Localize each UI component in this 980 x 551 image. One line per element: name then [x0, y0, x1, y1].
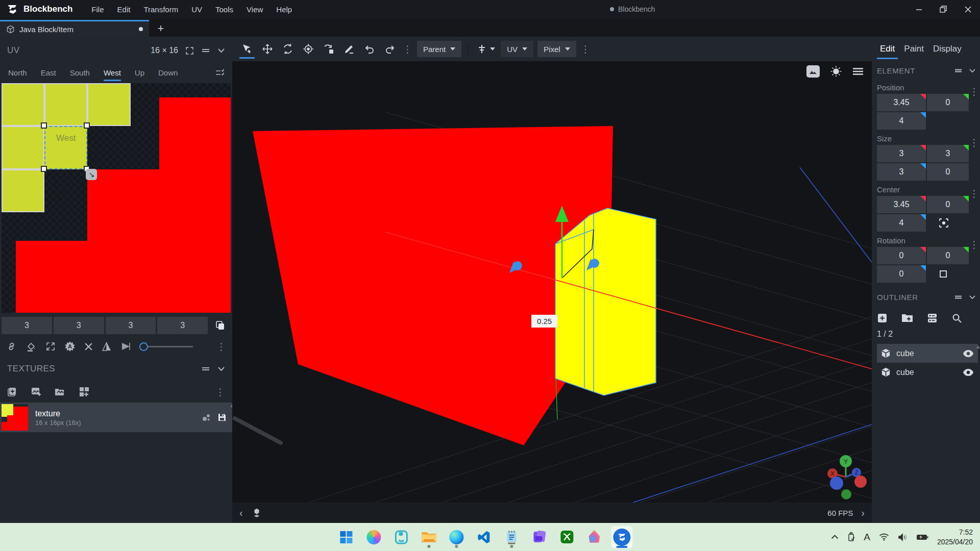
- position-z-field[interactable]: 4: [877, 112, 926, 130]
- uv-handle-top-right[interactable]: [84, 122, 90, 129]
- uv-fullscreen-icon[interactable]: [185, 46, 194, 55]
- expand-panel-icon[interactable]: ›: [861, 507, 865, 519]
- menu-help[interactable]: Help: [270, 2, 299, 17]
- add-cube-icon[interactable]: [877, 313, 888, 323]
- uv-selected-face-west[interactable]: West: [44, 126, 87, 169]
- uv-mirror-x-icon[interactable]: [102, 342, 112, 351]
- add-group-icon[interactable]: [901, 313, 913, 323]
- uv-field-1[interactable]: 3: [2, 317, 52, 334]
- shading-sun-icon[interactable]: [830, 65, 842, 78]
- outliner-item-cube-selected[interactable]: cube: [877, 344, 978, 363]
- size-y-field[interactable]: 3: [927, 145, 969, 162]
- toolbar-overflow-icon[interactable]: ⋮: [403, 44, 412, 54]
- uv-maximize-icon[interactable]: [45, 341, 56, 352]
- ime-language-icon[interactable]: A: [864, 532, 870, 543]
- brush-tool-button[interactable]: [339, 38, 359, 60]
- phone-link-icon[interactable]: [390, 526, 412, 548]
- uv-field-3[interactable]: 3: [106, 317, 156, 334]
- rotate-tool-button[interactable]: [278, 38, 298, 60]
- rotation-y-field[interactable]: 0: [927, 247, 969, 264]
- orientation-gizmo[interactable]: Y X Z: [827, 455, 867, 499]
- slider-knob[interactable]: [139, 342, 148, 351]
- uv-mode-dropdown[interactable]: UV: [501, 41, 533, 57]
- uv-fill-bucket-icon[interactable]: [26, 342, 37, 352]
- toolbar-overflow-icon[interactable]: ⋮: [581, 44, 591, 54]
- mode-tab-paint[interactable]: Paint: [901, 39, 927, 59]
- gizmo-tool-button[interactable]: [237, 38, 257, 60]
- usb-device-icon[interactable]: [847, 532, 855, 542]
- texture-list-item[interactable]: texture 16 x 16px (16x): [0, 403, 232, 432]
- yellow-cube-selected[interactable]: [555, 208, 656, 395]
- uv-overflow-icon[interactable]: ⋮: [216, 342, 226, 352]
- menu-view[interactable]: View: [240, 2, 270, 17]
- uv-face-tile[interactable]: [44, 83, 87, 126]
- face-tab-north[interactable]: North: [8, 65, 27, 81]
- blockbench-status-icon[interactable]: [251, 508, 262, 518]
- gizmo-ball-neg-z[interactable]: [830, 477, 843, 490]
- texture-particle-icon[interactable]: [202, 413, 212, 422]
- uv-panel-collapse-icon[interactable]: [217, 48, 225, 53]
- uv-face-tile[interactable]: [2, 83, 44, 126]
- focus-pivot-button[interactable]: [927, 214, 969, 232]
- element-collapse-icon[interactable]: [969, 68, 976, 73]
- import-texture-folder-icon[interactable]: [54, 387, 66, 397]
- size-inflate-field[interactable]: 0: [927, 163, 969, 181]
- textures-panel-collapse-icon[interactable]: [217, 366, 225, 371]
- face-tab-west[interactable]: West: [104, 65, 121, 81]
- taskbar-clock[interactable]: 7:52 2025/04/20: [937, 528, 973, 546]
- close-button[interactable]: [955, 0, 980, 18]
- uv-link-icon[interactable]: [6, 342, 17, 351]
- rotation-overflow-icon[interactable]: ⋮: [969, 240, 979, 249]
- vscode-icon[interactable]: [473, 526, 495, 548]
- vertex-snap-tool-button[interactable]: [319, 38, 338, 60]
- uv-face-tile[interactable]: [2, 126, 44, 169]
- redo-button[interactable]: [380, 38, 400, 60]
- menu-edit[interactable]: Edit: [111, 2, 137, 17]
- append-palette-icon[interactable]: [79, 386, 90, 397]
- background-image-icon[interactable]: [806, 65, 820, 78]
- mode-tab-edit[interactable]: Edit: [877, 39, 898, 59]
- viewport-menu-icon[interactable]: [852, 67, 864, 76]
- wifi-icon[interactable]: [879, 533, 889, 541]
- file-explorer-icon[interactable]: [418, 526, 439, 548]
- outliner-item-name[interactable]: cube: [896, 349, 914, 358]
- uv-field-2[interactable]: 3: [54, 317, 104, 334]
- visibility-eye-icon[interactable]: [963, 349, 974, 358]
- uv-panel-menu-icon[interactable]: [201, 47, 210, 54]
- tab-java-block-item[interactable]: Java Block/Item: [0, 20, 149, 37]
- center-z-field[interactable]: 4: [877, 214, 926, 232]
- pixel-mode-dropdown[interactable]: Pixel: [537, 41, 576, 57]
- import-texture-icon[interactable]: [31, 387, 42, 397]
- outliner-collapse-icon[interactable]: [969, 295, 976, 299]
- menu-transform[interactable]: Transform: [137, 2, 185, 17]
- position-overflow-icon[interactable]: ⋮: [969, 87, 979, 96]
- sort-outliner-icon[interactable]: [927, 313, 938, 323]
- gizmo-ball-neg-x[interactable]: [854, 475, 867, 488]
- uv-grid-size[interactable]: 16 × 16: [151, 46, 178, 55]
- size-z-field[interactable]: 3: [877, 163, 926, 181]
- tray-expand-icon[interactable]: [831, 535, 839, 539]
- size-overflow-icon[interactable]: ⋮: [969, 138, 979, 147]
- face-tab-down[interactable]: Down: [158, 65, 178, 81]
- slider-track[interactable]: [148, 346, 193, 347]
- rescale-toggle-button[interactable]: [927, 265, 969, 283]
- undo-button[interactable]: [360, 38, 379, 60]
- uv-auto-uv-icon[interactable]: A: [64, 341, 76, 352]
- outliner-item-name[interactable]: cube: [896, 368, 914, 377]
- notepad-icon[interactable]: [501, 526, 522, 548]
- uv-copy-icon[interactable]: [209, 317, 231, 334]
- uv-zoom-slider[interactable]: [139, 342, 193, 351]
- size-x-field[interactable]: 3: [877, 145, 926, 162]
- battery-icon[interactable]: [916, 534, 928, 541]
- uv-handle-top-left[interactable]: [41, 122, 47, 129]
- textures-overflow-icon[interactable]: ⋮: [215, 387, 225, 397]
- uv-mirror-y-icon[interactable]: [120, 342, 131, 351]
- media-player-icon[interactable]: [528, 526, 550, 548]
- menu-file[interactable]: File: [85, 2, 110, 17]
- paint-icon[interactable]: [583, 526, 605, 548]
- scene-canvas[interactable]: Y X Z: [232, 61, 872, 503]
- edge-icon[interactable]: [446, 526, 467, 548]
- rotation-x-field[interactable]: 0: [877, 247, 926, 264]
- position-y-field[interactable]: 0: [927, 94, 969, 111]
- uv-face-tile[interactable]: [2, 169, 44, 212]
